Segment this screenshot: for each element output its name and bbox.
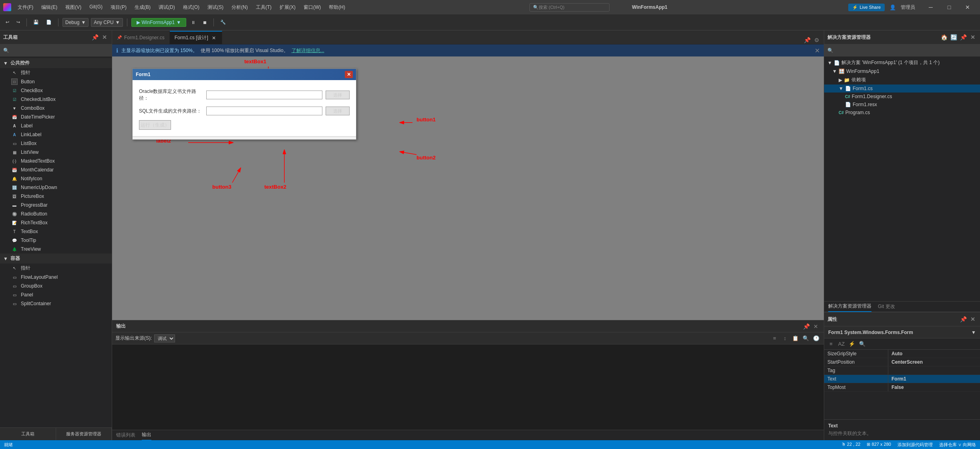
menu-test[interactable]: 测试(S) [204,2,227,12]
output-close-button[interactable]: ✕ [812,322,820,330]
stop-btn[interactable]: ⏹ [200,19,209,26]
error-list-tab[interactable]: 错误列表 [116,430,135,440]
toolbox-item-datetimepicker[interactable]: 📅 DateTimePicker [0,113,112,121]
debug-btn[interactable]: ⏸ [189,19,198,26]
toolbox-item-linklabel[interactable]: A LinkLabel [0,130,112,139]
win-form-resize-handle[interactable] [133,136,356,139]
menu-analyze[interactable]: 分析(N) [228,2,251,12]
platform-dropdown[interactable]: Any CPU ▼ [91,18,123,27]
solution-search[interactable]: 🔍 [824,44,980,56]
output-copy-button[interactable]: 📋 [791,334,800,343]
live-share-button[interactable]: ⚡ Live Share [848,4,885,11]
status-source-control[interactable]: 添加到源代码管理 [897,442,933,448]
toolbox-pin-button[interactable]: 📌 [91,33,99,41]
form-textbox2[interactable] [206,107,322,115]
solution-explorer-tab[interactable]: 解决方案资源管理器 [828,301,871,312]
menu-git[interactable]: Git(G) [86,2,106,12]
toolbox-item-progressbar[interactable]: ▬ ProgressBar [0,201,112,209]
toolbox-container-flowlayout[interactable]: ▭ FlowLayoutPanel [0,273,112,282]
tree-solution-root[interactable]: ▼ 📄 解决方案 'WinFormsApp1' (1 个项目，共 1 个) [824,58,980,67]
toolbox-tab-server[interactable]: 服务器资源管理器 [56,428,112,440]
tree-form1-resx[interactable]: 📄 Form1.resx [824,101,980,109]
toolbox-item-treeview[interactable]: 🌲 TreeView [0,245,112,254]
tab-close-button[interactable]: ✕ [211,35,217,41]
toolbox-item-checkedlistbox[interactable]: ☑ CheckedListBox [0,95,112,104]
toolbox-container-groupbox[interactable]: ▭ GroupBox [0,282,112,290]
toolbox-container-pointer[interactable]: ↖ 指针 [0,264,112,273]
form-textbox1[interactable] [206,91,322,99]
toolbox-containers-header[interactable]: ▼ 容器 [0,254,112,264]
props-search-button[interactable]: 🔍 [858,340,867,348]
form-select-btn1[interactable]: 选择 [326,91,350,99]
menu-help[interactable]: 帮助(H) [326,2,348,12]
output-find-button[interactable]: 🔍 [801,334,810,343]
toolbox-search-input[interactable] [12,48,109,53]
undo-button[interactable]: ↩ [3,18,12,26]
solution-search-input[interactable] [836,48,977,53]
menu-extensions[interactable]: 扩展(X) [276,2,299,12]
tree-form1[interactable]: ▼ 📄 Form1.cs [824,85,980,93]
props-alphabetical-button[interactable]: AZ [837,340,846,348]
toolbox-item-maskedtextbox[interactable]: (·) MaskedTextBox [0,157,112,165]
prop-value-text[interactable]: Form1 [888,375,980,383]
se-home-button[interactable]: 🏠 [940,33,948,41]
toolbox-item-listview[interactable]: ▦ ListView [0,148,112,157]
toolbox-item-notifyicon[interactable]: 🔔 NotifyIcon [0,174,112,183]
tab-pin-button[interactable]: 📌 [803,36,811,44]
se-close-button[interactable]: ✕ [969,33,977,41]
toolbox-item-combobox[interactable]: ▼ ComboBox [0,104,112,113]
output-source-select[interactable]: 调试 [154,334,175,342]
menu-format[interactable]: 格式(O) [180,2,203,12]
new-file-button[interactable]: 📄 [44,18,54,26]
output-pin-button[interactable]: 📌 [802,322,810,330]
output-clear-button[interactable]: ≡ [770,334,779,343]
toolbox-item-textbox[interactable]: T TextBox [0,227,112,236]
toolbox-close-button[interactable]: ✕ [101,33,109,41]
prop-value-sizegripstyle[interactable]: Auto [888,350,980,358]
props-events-button[interactable]: ⚡ [847,340,856,348]
toolbox-item-tooltip[interactable]: 💬 ToolTip [0,236,112,245]
toolbox-item-numericupdown[interactable]: 🔢 NumericUpDown [0,183,112,192]
toolbox-container-splitcontainer[interactable]: ▭ SplitContainer [0,299,112,308]
maximize-button[interactable]: □ [940,1,958,14]
config-dropdown[interactable]: Debug ▼ [62,18,89,27]
redo-button[interactable]: ↪ [14,18,22,26]
prop-value-startposition[interactable]: CenterScreen [888,358,980,366]
toolbox-item-pointer[interactable]: ↖ 指针 [0,68,112,77]
toolbox-container-panel[interactable]: ▭ Panel [0,290,112,299]
tree-project[interactable]: ▼ 🪟 WinFormsApp1 [824,67,980,75]
menu-edit[interactable]: 编辑(E) [38,2,60,12]
toolbox-item-richtextbox[interactable]: 📝 RichTextBox [0,218,112,227]
toolbox-item-listbox[interactable]: ▭ ListBox [0,139,112,148]
toolbox-public-controls-header[interactable]: ▼ 公共控件 [0,58,112,68]
git-changes-tab[interactable]: Git 更改 [878,302,895,312]
title-search[interactable]: 🔍 搜索 (Ctrl+Q) [529,3,610,12]
tree-program[interactable]: C# Program.cs [824,109,980,117]
run-button[interactable]: ▶ WinFormsApp1 ▼ [131,18,187,27]
toolbox-search[interactable]: 🔍 [0,44,112,56]
form-select-btn2[interactable]: 选择 [326,107,350,115]
toolbox-item-checkbox[interactable]: ☑ CheckBox [0,86,112,95]
output-wrap-button[interactable]: ↕ [781,334,789,343]
tab-settings-button[interactable]: ⚙ [813,36,821,44]
prop-value-tag[interactable] [888,366,980,375]
menu-tools[interactable]: 工具(T) [253,2,275,12]
close-button[interactable]: ✕ [958,1,977,14]
tab-form1-design[interactable]: Form1.cs [设计] ✕ [170,31,222,44]
save-button[interactable]: 💾 [31,18,41,26]
status-repo[interactable]: 选择仓库 ∨ 向网络 [939,442,976,448]
form-close-button[interactable]: ✕ [345,71,353,78]
se-refresh-button[interactable]: 🔄 [950,33,958,41]
output-tab[interactable]: 输出 [142,430,151,441]
props-close-button[interactable]: ✕ [969,315,977,323]
toolbox-item-radiobutton[interactable]: 🔘 RadioButton [0,209,112,218]
info-close-button[interactable]: ✕ [815,47,820,54]
toolbox-item-label[interactable]: A Label [0,121,112,130]
extension-btn[interactable]: 🔧 [218,18,228,26]
props-pin-button[interactable]: 📌 [959,315,967,323]
props-categorized-button[interactable]: ≡ [827,340,835,348]
menu-view[interactable]: 视图(V) [62,2,85,12]
menu-file[interactable]: 文件(F) [14,2,36,12]
toolbox-item-monthcalendar[interactable]: 📆 MonthCalendar [0,165,112,174]
menu-window[interactable]: 窗口(W) [300,2,324,12]
